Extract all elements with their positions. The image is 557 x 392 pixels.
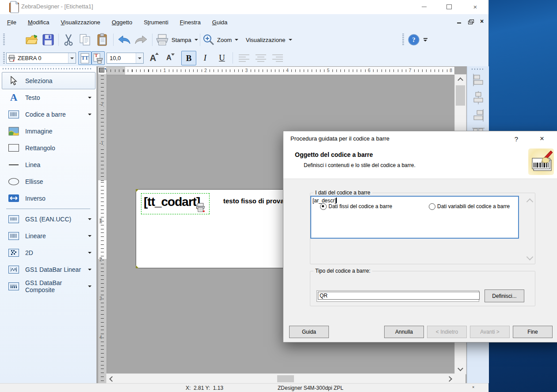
font-decrease-button[interactable]: A xyxy=(162,51,176,65)
next-button[interactable]: Avanti > xyxy=(470,326,510,338)
sidebar-item-2d[interactable]: 2D xyxy=(2,244,95,261)
horizontal-scrollbar[interactable] xyxy=(106,373,455,384)
sidebar-item-immagine[interactable]: Immagine xyxy=(2,122,95,140)
underline-button[interactable]: U xyxy=(215,51,229,65)
variable-data-label[interactable]: Dati variabili del codice a barre xyxy=(437,203,510,209)
sidebar-item-codice-a-barre[interactable]: Codice a barre xyxy=(2,106,95,123)
horizontal-scroll-thumb[interactable] xyxy=(277,375,294,382)
scroll-right-icon[interactable] xyxy=(445,374,455,384)
scroll-up-icon[interactable] xyxy=(526,198,534,206)
font-dialog-toggle[interactable]: TT xyxy=(78,51,92,65)
printer-select-value: ZEBRA 0 xyxy=(18,55,41,61)
toolbox-grip[interactable] xyxy=(3,68,91,69)
bold-button[interactable]: B xyxy=(181,51,196,65)
paste-button[interactable] xyxy=(95,32,111,48)
sidebar-item-testo[interactable]: A Testo xyxy=(2,89,95,106)
open-button[interactable] xyxy=(24,32,40,47)
chevron-down-icon[interactable] xyxy=(88,285,92,287)
italic-button[interactable]: I xyxy=(198,51,212,65)
chevron-down-icon[interactable] xyxy=(88,269,92,270)
barcode-data-input[interactable]: [ar_descr] xyxy=(310,196,519,239)
menu-oggetto[interactable]: Oggetto xyxy=(106,16,138,28)
print-dropdown-icon[interactable] xyxy=(195,39,198,41)
toolbar-options-button[interactable] xyxy=(423,38,427,42)
menu-modifica[interactable]: Modifica xyxy=(22,16,55,28)
inverse-icon xyxy=(8,193,19,204)
statusbar-close-icon[interactable]: × xyxy=(472,385,474,389)
label-surface[interactable]: [tt_codart] testo fisso di prova xyxy=(136,189,300,268)
align-objects-left-button[interactable] xyxy=(470,72,486,88)
printer-select-dropdown[interactable] xyxy=(68,53,76,63)
wizard-help-button[interactable]: Guida xyxy=(289,326,329,338)
fixed-data-label[interactable]: Dati fissi del codice a barre xyxy=(328,203,392,209)
dialog-help-icon[interactable]: ? xyxy=(510,133,523,144)
font-increase-button[interactable]: A xyxy=(146,51,160,65)
scroll-up-icon[interactable] xyxy=(455,75,466,84)
variable-data-radio[interactable] xyxy=(429,203,435,210)
scroll-left-icon[interactable] xyxy=(107,374,116,384)
barcode-type-input[interactable] xyxy=(318,292,480,300)
scroll-down-icon[interactable] xyxy=(526,254,534,261)
help-toolbar-grip[interactable] xyxy=(402,34,404,46)
sidebar-item-gs1-ean-ucc[interactable]: GS1 (EAN.UCC) xyxy=(2,210,95,228)
sidebar-item-linea[interactable]: Linea xyxy=(2,156,95,173)
font-size-select[interactable]: 10,0 xyxy=(107,53,144,64)
chevron-down-icon[interactable] xyxy=(88,235,92,237)
mdi-restore-icon[interactable] xyxy=(467,18,473,24)
define-button[interactable]: Definisci... xyxy=(485,289,524,302)
back-button[interactable]: < Indietro xyxy=(427,326,467,338)
align-objects-center-button[interactable] xyxy=(470,90,486,106)
cancel-button[interactable]: Annulla xyxy=(384,326,424,338)
align-left-button[interactable] xyxy=(236,51,252,65)
menu-file[interactable]: File xyxy=(1,16,22,28)
sidebar-item-inverso[interactable]: Inverso xyxy=(2,190,95,207)
scroll-down-icon[interactable] xyxy=(455,364,466,374)
align-right-button[interactable] xyxy=(270,51,286,65)
zoom-button[interactable]: Zoom xyxy=(202,32,243,47)
sidebar-item-lineare[interactable]: Lineare xyxy=(2,227,95,244)
mdi-close-icon[interactable]: × xyxy=(479,18,485,24)
sidebar-item-seleziona[interactable]: Seleziona xyxy=(2,72,95,89)
align-panel-grip[interactable] xyxy=(472,69,484,70)
close-icon[interactable]: × xyxy=(465,0,485,14)
chevron-down-icon[interactable] xyxy=(88,114,92,115)
font-size-dropdown[interactable] xyxy=(136,53,143,63)
printer-select[interactable]: ZEBRA 0 xyxy=(6,53,76,64)
vertical-scroll-thumb[interactable] xyxy=(456,85,465,106)
sidebar-item-rettangolo[interactable]: Rettangolo xyxy=(2,139,95,156)
redo-button[interactable] xyxy=(133,33,149,46)
static-text-object[interactable]: testo fisso di prova xyxy=(223,197,284,205)
toolbar-grip[interactable] xyxy=(3,34,5,46)
chevron-down-icon[interactable] xyxy=(88,252,92,254)
help-button[interactable]: ? xyxy=(407,33,421,47)
mdi-minimize-icon[interactable] xyxy=(456,18,462,24)
new-document-button[interactable] xyxy=(7,0,22,15)
sidebar-item-ellisse[interactable]: Ellisse xyxy=(2,173,95,190)
view-dropdown[interactable]: Visualizzazione xyxy=(246,32,303,47)
menu-strumenti[interactable]: Strumenti xyxy=(138,16,174,28)
text-print-toggle[interactable]: T xyxy=(92,51,105,65)
menu-guida[interactable]: Guida xyxy=(206,16,233,28)
chevron-down-icon[interactable] xyxy=(88,97,92,99)
copy-button[interactable] xyxy=(77,32,93,47)
save-button[interactable] xyxy=(41,32,56,47)
finish-button[interactable]: Fine xyxy=(513,326,553,338)
view-dropdown-icon[interactable] xyxy=(289,39,292,41)
sidebar-item-gs1-databar-composite[interactable]: GS1 DataBar Composite xyxy=(2,278,95,295)
zoom-dropdown-icon[interactable] xyxy=(235,39,238,41)
dialog-close-icon[interactable]: × xyxy=(535,133,549,144)
menu-visualizzazione[interactable]: Visualizzazione xyxy=(55,16,106,28)
minimize-icon[interactable] xyxy=(414,0,434,14)
format-toolbar-grip[interactable] xyxy=(3,52,5,64)
barcode-data-legend: I dati del codice a barre xyxy=(313,190,372,196)
sidebar-item-gs1-databar-linear[interactable]: GS1 DataBar Linear xyxy=(2,261,95,278)
align-objects-right-button[interactable] xyxy=(470,107,486,123)
cut-button[interactable] xyxy=(61,32,76,47)
ruler-origin-button[interactable] xyxy=(98,66,107,75)
fixed-data-radio[interactable] xyxy=(320,203,327,210)
chevron-down-icon[interactable] xyxy=(88,218,92,220)
maximize-icon[interactable] xyxy=(439,0,459,14)
undo-button[interactable] xyxy=(116,33,133,46)
align-center-button[interactable] xyxy=(253,51,269,65)
menu-finestra[interactable]: Finestra xyxy=(174,16,206,28)
